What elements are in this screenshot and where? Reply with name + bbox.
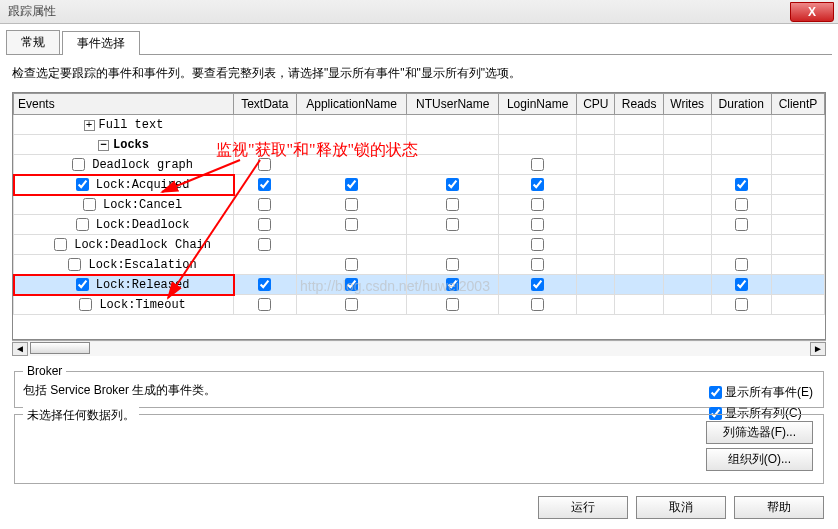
row-cancel[interactable]: Lock:Cancel — [14, 195, 825, 215]
run-button[interactable]: 运行 — [538, 496, 628, 519]
cell-check[interactable] — [446, 178, 459, 191]
chk-cancel[interactable] — [83, 198, 96, 211]
cell-check[interactable] — [345, 258, 358, 271]
row-locks[interactable]: −Locks — [14, 135, 825, 155]
cell-check[interactable] — [345, 218, 358, 231]
close-button[interactable]: X — [790, 2, 834, 22]
row-acquired[interactable]: Lock:Acquired — [14, 175, 825, 195]
cell-check[interactable] — [446, 258, 459, 271]
col-clientp[interactable]: ClientP — [771, 94, 824, 115]
cell-check[interactable] — [531, 158, 544, 171]
cell-check[interactable] — [531, 278, 544, 291]
cell-check[interactable] — [735, 198, 748, 211]
col-events[interactable]: Events — [14, 94, 234, 115]
nodata-group: 未选择任何数据列。 列筛选器(F)... 组织列(O)... — [14, 414, 824, 484]
tab-events[interactable]: 事件选择 — [62, 31, 140, 55]
content-area: 检查选定要跟踪的事件和事件列。要查看完整列表，请选择"显示所有事件"和"显示所有… — [0, 55, 838, 490]
window-title: 跟踪属性 — [8, 3, 56, 20]
cell-check[interactable] — [446, 278, 459, 291]
help-button[interactable]: 帮助 — [734, 496, 824, 519]
cell-check[interactable] — [258, 238, 271, 251]
scroll-right-icon[interactable]: ► — [810, 342, 826, 356]
cell-check[interactable] — [345, 198, 358, 211]
row-deadlock[interactable]: Lock:Deadlock — [14, 215, 825, 235]
cell-check[interactable] — [345, 178, 358, 191]
cell-check[interactable] — [258, 158, 271, 171]
cell-check[interactable] — [446, 198, 459, 211]
col-duration[interactable]: Duration — [711, 94, 771, 115]
tab-strip: 常规 事件选择 — [6, 30, 832, 55]
collapse-icon[interactable]: − — [98, 140, 109, 151]
organize-cols-button[interactable]: 组织列(O)... — [706, 448, 813, 471]
col-ntuser[interactable]: NTUserName — [407, 94, 499, 115]
cell-check[interactable] — [735, 278, 748, 291]
cell-check[interactable] — [531, 258, 544, 271]
chk-deadlock-chain[interactable] — [54, 238, 67, 251]
cell-check[interactable] — [345, 298, 358, 311]
cell-check[interactable] — [531, 178, 544, 191]
row-deadlock-graph[interactable]: Deadlock graph — [14, 155, 825, 175]
cell-check[interactable] — [735, 178, 748, 191]
title-bar: 跟踪属性 X — [0, 0, 838, 24]
col-writes[interactable]: Writes — [663, 94, 711, 115]
cell-check[interactable] — [531, 238, 544, 251]
cell-check[interactable] — [258, 278, 271, 291]
cell-check[interactable] — [258, 218, 271, 231]
cell-check[interactable] — [735, 258, 748, 271]
cell-check[interactable] — [446, 218, 459, 231]
cell-check[interactable] — [446, 298, 459, 311]
cell-check[interactable] — [258, 298, 271, 311]
cell-check[interactable] — [258, 178, 271, 191]
nodata-text: 未选择任何数据列。 — [23, 407, 139, 424]
row-timeout[interactable]: Lock:Timeout — [14, 295, 825, 315]
footer-buttons: 运行 取消 帮助 — [0, 490, 838, 525]
expand-icon[interactable]: + — [84, 120, 95, 131]
col-filter-button[interactable]: 列筛选器(F)... — [706, 421, 813, 444]
col-login[interactable]: LoginName — [499, 94, 577, 115]
tab-general[interactable]: 常规 — [6, 30, 60, 54]
cell-check[interactable] — [345, 278, 358, 291]
chk-released[interactable] — [76, 278, 89, 291]
cancel-button[interactable]: 取消 — [636, 496, 726, 519]
cell-check[interactable] — [735, 218, 748, 231]
broker-group: Broker 包括 Service Broker 生成的事件类。 显示所有事件(… — [14, 364, 824, 408]
broker-desc: 包括 Service Broker 生成的事件类。 — [23, 382, 815, 399]
horizontal-scrollbar[interactable]: ◄ ► — [12, 340, 826, 356]
col-reads[interactable]: Reads — [615, 94, 664, 115]
chk-timeout[interactable] — [79, 298, 92, 311]
cell-check[interactable] — [531, 298, 544, 311]
col-app[interactable]: ApplicationName — [296, 94, 407, 115]
instruction-text: 检查选定要跟踪的事件和事件列。要查看完整列表，请选择"显示所有事件"和"显示所有… — [12, 65, 826, 82]
cell-check[interactable] — [258, 198, 271, 211]
row-deadlock-chain[interactable]: Lock:Deadlock Chain — [14, 235, 825, 255]
events-grid[interactable]: Events TextData ApplicationName NTUserNa… — [12, 92, 826, 340]
col-textdata[interactable]: TextData — [234, 94, 297, 115]
cell-check[interactable] — [531, 218, 544, 231]
row-escalation[interactable]: Lock:Escalation — [14, 255, 825, 275]
row-released[interactable]: Lock:Released — [14, 275, 825, 295]
chk-deadlock-graph[interactable] — [72, 158, 85, 171]
cell-check[interactable] — [531, 198, 544, 211]
chk-show-events[interactable] — [709, 386, 722, 399]
row-fulltext[interactable]: +Full text — [14, 115, 825, 135]
chk-deadlock[interactable] — [76, 218, 89, 231]
cell-check[interactable] — [735, 298, 748, 311]
chk-escalation[interactable] — [68, 258, 81, 271]
scroll-left-icon[interactable]: ◄ — [12, 342, 28, 356]
broker-legend: Broker — [23, 364, 66, 378]
col-cpu[interactable]: CPU — [577, 94, 615, 115]
scroll-thumb[interactable] — [30, 342, 90, 354]
show-all-events[interactable]: 显示所有事件(E) — [709, 384, 813, 401]
chk-acquired[interactable] — [76, 178, 89, 191]
